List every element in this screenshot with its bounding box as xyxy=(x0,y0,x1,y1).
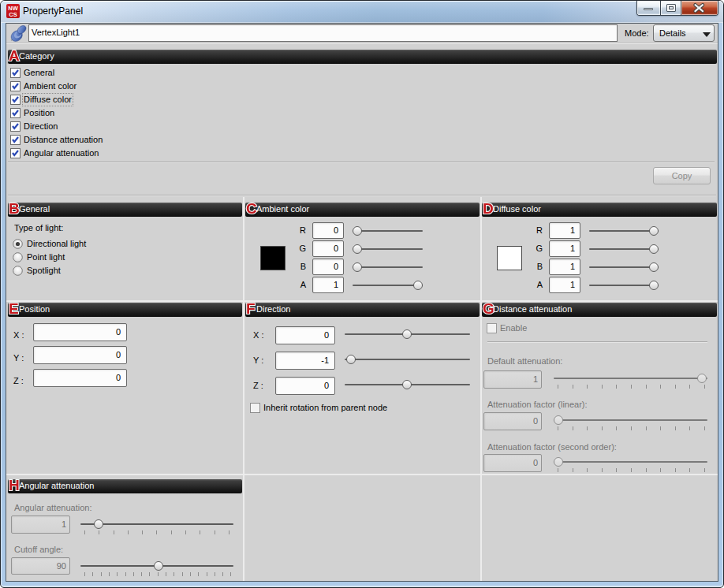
svg-text:B: B xyxy=(9,200,20,217)
svg-text:F: F xyxy=(246,300,256,317)
svg-text:E: E xyxy=(9,300,19,317)
svg-text:H: H xyxy=(9,477,20,493)
svg-text:C: C xyxy=(246,200,257,217)
svg-text:A: A xyxy=(9,47,20,64)
svg-text:D: D xyxy=(483,200,494,217)
